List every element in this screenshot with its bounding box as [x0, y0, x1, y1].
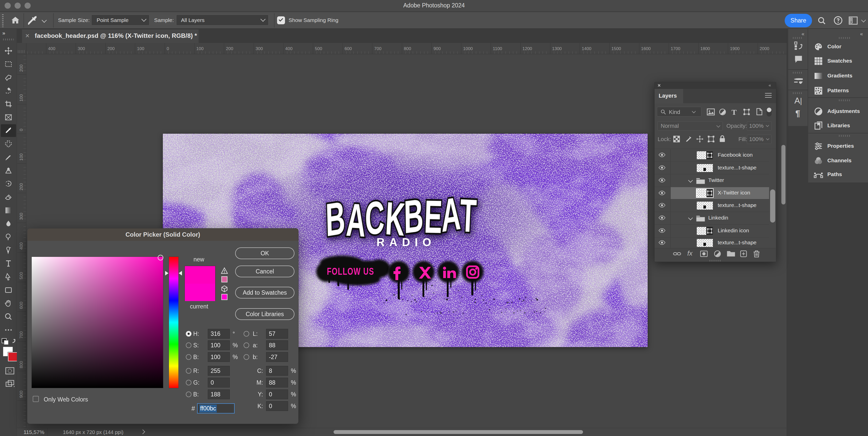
svg-text:RADIO: RADIO [376, 236, 436, 248]
svg-text:FOLLOW US: FOLLOW US [327, 266, 374, 277]
